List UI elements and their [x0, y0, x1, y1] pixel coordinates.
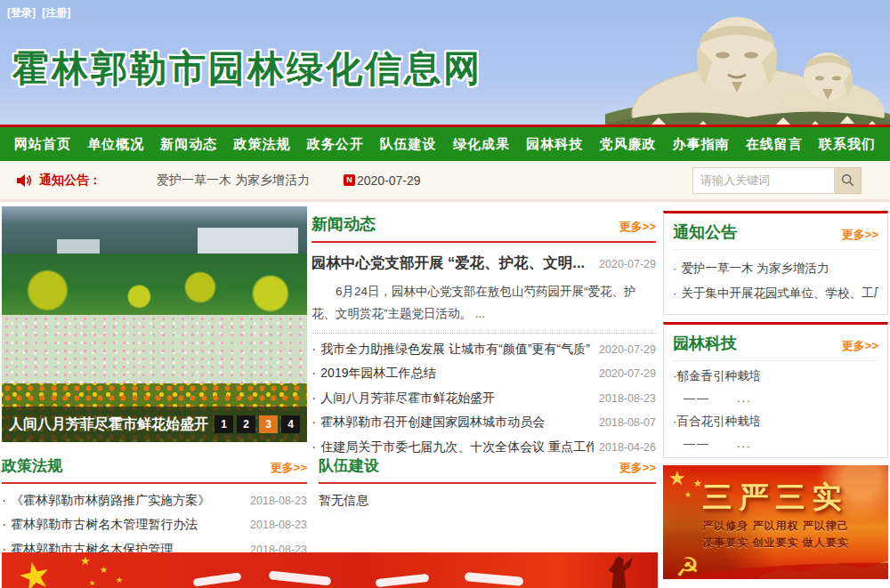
tech-item-text[interactable]: 百合花引种栽培 [677, 415, 762, 428]
news-list: · 我市全力助推绿色发展 让城市有“颜值”更有“气质” 2020-07-29 ·… [312, 337, 656, 460]
carousel-page[interactable]: 1 [214, 415, 233, 433]
carousel-page[interactable]: 4 [281, 415, 300, 433]
news-item-title[interactable]: 住建局关于市委七届九次、十次全体会议 重点工作任... [320, 439, 594, 455]
nav-item[interactable]: 网站首页 [14, 136, 71, 153]
speaker-icon [16, 173, 32, 188]
news-item-date: 2020-07-29 [599, 343, 656, 356]
news-item-title[interactable]: 人间八月芳菲尽霍市鲜花始盛开 [320, 391, 594, 407]
nav-item[interactable]: 新闻动态 [160, 136, 217, 153]
notices-list: ·爱护一草一木 为家乡增活力 ·关于集中开展花园式单位、学校、工厂... [673, 250, 878, 314]
search-icon [841, 173, 854, 187]
team-more-link[interactable]: 更多>> [619, 460, 656, 476]
carousel-page[interactable]: 2 [237, 415, 255, 433]
policy-more-link[interactable]: 更多>> [271, 460, 307, 476]
bullet: · [312, 439, 316, 455]
carousel-photo-trees [2, 254, 307, 315]
notice-label: 通知公告： [39, 173, 101, 189]
tech-item-title[interactable]: ·百合花引种栽培 [673, 414, 878, 430]
calligraphy-stroke-graphic [376, 574, 430, 587]
carousel-caption-bar: 人间八月芳菲尽霍市鲜花始盛开 1234 [2, 407, 307, 442]
featured-article-summary: 6月24日，园林中心党支部在敖包山芍药园开展“爱花、护花、文明赏花”主题党日活动… [312, 281, 656, 326]
notice-list-item[interactable]: ·关于集中开展花园式单位、学校、工厂... [673, 281, 878, 306]
three-stricts-poster-banner[interactable]: ★ ★ ★ 三严三实 严以修身 严以用权 严以律己 谋事要实 创业要实 做人要实… [663, 465, 888, 579]
carousel-caption[interactable]: 人间八月芳菲尽霍市鲜花始盛开 [9, 415, 211, 434]
notice-list-item[interactable]: ·爱护一草一木 为家乡增活力 [673, 256, 878, 281]
nav-item[interactable]: 队伍建设 [380, 136, 437, 153]
new-badge-icon: N [344, 174, 355, 186]
star-icon: ★ [116, 576, 123, 584]
policy-section: 政策法规 更多>> · 《霍林郭勒市林荫路推广实施方案》 2018-08-23 … [2, 455, 307, 562]
news-title: 新闻动态 [312, 213, 376, 235]
nav-item[interactable]: 办事指南 [673, 136, 730, 153]
news-list-item: · 我市全力助推绿色发展 让城市有“颜值”更有“气质” 2020-07-29 [312, 337, 656, 362]
news-list-item: · 人间八月芳菲尽霍市鲜花始盛开 2018-08-23 [312, 386, 656, 411]
poster-title: 三严三实 [663, 478, 888, 518]
news-item-title[interactable]: 2019年园林工作总结 [320, 366, 594, 382]
news-item-date: 2018-08-23 [599, 392, 656, 405]
star-icon: ★ [89, 579, 95, 587]
nav-item[interactable]: 党风廉政 [599, 136, 656, 153]
nav-item[interactable]: 政策法规 [234, 136, 291, 153]
register-link[interactable]: [注册] [42, 6, 70, 19]
nav-item[interactable]: 政务公开 [307, 136, 364, 153]
bullet: · [312, 415, 316, 431]
bottom-red-banner[interactable]: ★ ★ ★ ★ ★ [2, 552, 658, 588]
tech-list-item: ·百合花引种栽培 —— ... [673, 414, 878, 452]
notice-bar: 通知公告： 爱护一草一木 为家乡增活力 N 2020-07-29 [0, 161, 890, 202]
worker-statue-silhouette [603, 556, 633, 588]
search-button[interactable] [835, 167, 862, 194]
tech-item-text[interactable]: 郁金香引种栽培 [677, 369, 762, 383]
featured-article-title[interactable]: 园林中心党支部开展 “爱花、护花、文明... [312, 254, 592, 273]
nav-item[interactable]: 联系我们 [819, 136, 876, 153]
featured-article-date: 2020-07-29 [599, 258, 656, 270]
notices-box: 通知公告 更多>> ·爱护一草一木 为家乡增活力 ·关于集中开展花园式单位、学校… [663, 211, 888, 315]
poster-line1: 严以修身 严以用权 严以律己 [663, 519, 888, 534]
policy-item-title[interactable]: 霍林郭勒市古树名木管理暂行办法 [11, 517, 245, 533]
news-item-date: 2018-08-07 [599, 416, 656, 429]
notices-box-title: 通知公告 [673, 222, 737, 243]
nav-item[interactable]: 单位概况 [87, 136, 144, 153]
news-list-item: · 霍林郭勒市召开创建国家园林城市动员会 2018-08-07 [312, 410, 656, 435]
policy-item-title[interactable]: 《霍林郭勒市林荫路推广实施方案》 [11, 493, 245, 509]
carousel-page[interactable]: 3 [259, 415, 278, 433]
right-sidebar: 通知公告 更多>> ·爱护一草一木 为家乡增活力 ·关于集中开展花园式单位、学校… [663, 211, 888, 588]
photo-carousel[interactable]: 人间八月芳菲尽霍市鲜花始盛开 1234 [2, 206, 307, 442]
star-icon: ★ [80, 554, 91, 568]
bullet: · [2, 493, 6, 509]
news-more-link[interactable]: 更多>> [619, 219, 656, 235]
login-link[interactable]: [登录] [7, 6, 36, 19]
team-title: 队伍建设 [319, 455, 379, 476]
policy-header: 政策法规 更多>> [2, 455, 307, 484]
notices-box-header: 通知公告 更多>> [673, 213, 878, 250]
nav-item[interactable]: 绿化成果 [453, 136, 510, 153]
tech-item-sub: —— ... [684, 391, 878, 407]
nav-item[interactable]: 在线留言 [746, 136, 803, 153]
bullet: · [673, 262, 677, 275]
nav-item[interactable]: 园林科技 [526, 136, 583, 153]
team-empty-text: 暂无信息 [319, 484, 656, 509]
notices-more-link[interactable]: 更多>> [842, 227, 878, 243]
notice-item-title[interactable]: 关于集中开展花园式单位、学校、工厂... [682, 286, 879, 300]
featured-article: 园林中心党支部开展 “爱花、护花、文明... 2020-07-29 6月24日，… [312, 243, 656, 326]
poster-line2: 谋事要实 创业要实 做人要实 [663, 536, 888, 551]
tech-item-title[interactable]: ·郁金香引种栽培 [673, 368, 878, 384]
policy-list: · 《霍林郭勒市林荫路推广实施方案》 2018-08-23 · 霍林郭勒市古树名… [2, 484, 307, 562]
notice-link[interactable]: 爱护一草一木 为家乡增活力 [157, 173, 310, 189]
garden-tech-list: ·郁金香引种栽培 —— ... ·百合花引种栽培 —— ... [673, 368, 878, 452]
notice-item-title[interactable]: 爱护一草一木 为家乡增活力 [682, 262, 829, 275]
news-list-item: · 2019年园林工作总结 2020-07-29 [312, 361, 656, 386]
policy-item-date: 2018-08-23 [250, 495, 307, 507]
search-input[interactable] [692, 167, 835, 194]
news-item-title[interactable]: 我市全力助推绿色发展 让城市有“颜值”更有“气质” [320, 342, 594, 358]
bullet: · [312, 391, 316, 407]
calligraphy-stroke-graphic [269, 570, 332, 585]
garden-tech-box: 园林科技 更多>> ·郁金香引种栽培 —— ... ·百合花引种栽培 —— ..… [663, 322, 888, 458]
tech-list-item: ·郁金香引种栽培 —— ... [673, 368, 878, 407]
notice-date: 2020-07-29 [357, 173, 421, 188]
tech-item-sub: —— ... [684, 436, 878, 452]
team-section: 队伍建设 更多>> 暂无信息 [319, 455, 656, 509]
garden-tech-more-link[interactable]: 更多>> [842, 338, 878, 354]
news-item-title[interactable]: 霍林郭勒市召开创建国家园林城市动员会 [320, 415, 594, 431]
policy-list-item: · 《霍林郭勒市林荫路推广实施方案》 2018-08-23 [2, 488, 307, 513]
policy-list-item: · 霍林郭勒市古树名木管理暂行办法 2018-08-23 [2, 513, 307, 538]
